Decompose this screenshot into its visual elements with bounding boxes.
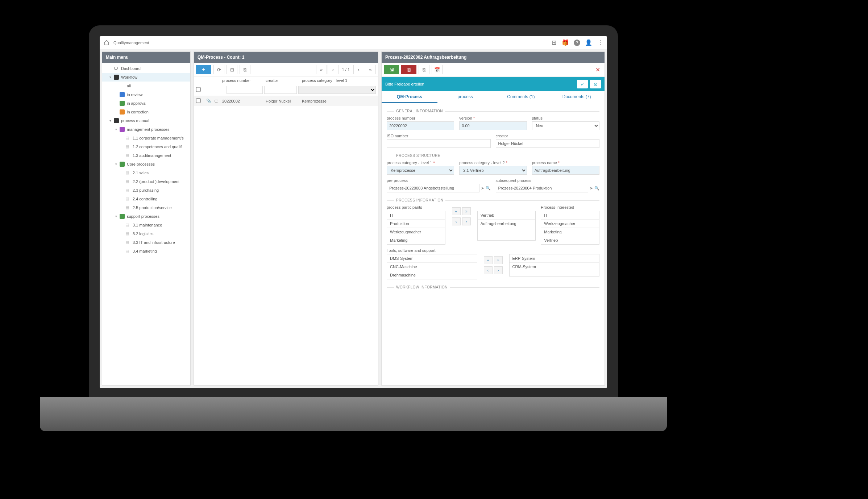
th-process-number[interactable]: process number [222, 78, 266, 83]
table-row[interactable]: 📎 🖵 20220002 Holger Nückel Kernprozesse [194, 96, 378, 106]
sidebar-item[interactable]: ▾process manual [102, 116, 190, 125]
list-item[interactable]: Werkzeugmacher [541, 220, 599, 228]
move-left[interactable]: ‹ [452, 217, 461, 225]
export-detail-button[interactable]: ⎘ [419, 65, 429, 74]
calendar-button[interactable]: 📅 [432, 65, 443, 74]
th-category[interactable]: process category - level 1 [302, 78, 376, 83]
page-last[interactable]: » [365, 65, 376, 74]
list-item[interactable]: Drehmaschine [387, 271, 477, 279]
sidebar-item[interactable]: in review [102, 90, 190, 99]
list-item[interactable]: DMS-System [387, 254, 477, 263]
tools-move-all-left[interactable]: « [484, 256, 493, 264]
select-cat1[interactable]: Kernprozesse [387, 166, 454, 175]
page-next[interactable]: › [353, 65, 364, 74]
sidebar-item[interactable]: in approval [102, 99, 190, 108]
interested-list[interactable]: ITWerkzeugmacherMarketingVertrieb [541, 211, 599, 245]
sidebar-item[interactable]: ▤3.3 IT and infrastructure [102, 238, 190, 247]
input-pn[interactable] [387, 121, 454, 130]
row-checkbox[interactable] [196, 98, 201, 103]
sidebar-item[interactable]: ▾Core processes [102, 160, 190, 169]
user-icon[interactable]: 👤 [585, 39, 592, 46]
list-item[interactable]: Vertrieb [478, 211, 536, 220]
breadcrumb[interactable]: Qualitymanagement [113, 41, 149, 45]
approve-button[interactable]: ✓ [577, 80, 588, 88]
page-first[interactable]: « [316, 65, 327, 74]
search-icon[interactable]: 🔍 [594, 186, 599, 191]
input-iso[interactable] [387, 139, 491, 148]
list-item[interactable]: IT [387, 211, 445, 220]
sidebar-item[interactable]: ▤2.1 sales [102, 169, 190, 177]
home-icon[interactable] [103, 39, 110, 46]
list-item[interactable]: Marketing [541, 228, 599, 236]
sidebar-item[interactable]: 🖵Dashboard [102, 64, 190, 73]
move-right[interactable]: › [462, 217, 471, 225]
tools-move-right[interactable]: › [494, 266, 503, 274]
sidebar-item[interactable]: ▤1.3 auditmanagement [102, 151, 190, 160]
list-item[interactable]: CRM-System [510, 263, 599, 271]
th-creator[interactable]: creator [266, 78, 302, 83]
sidebar-item[interactable]: ▤1.2 competences and qualifi [102, 142, 190, 151]
select-status[interactable]: Neu [532, 121, 599, 130]
tools-selected[interactable]: ERP-SystemCRM-System [509, 254, 600, 276]
help-icon[interactable]: ? [574, 39, 580, 46]
select-all-checkbox[interactable] [196, 86, 201, 93]
list-item[interactable]: ERP-System [510, 254, 599, 263]
move-all-left[interactable]: « [452, 207, 461, 215]
goto-icon[interactable]: ➤ [590, 186, 593, 191]
list-item[interactable]: Auftragsbearbeitung [478, 220, 536, 228]
list-item[interactable]: Produktion [387, 220, 445, 228]
filter-creator[interactable] [264, 86, 297, 94]
filter-pn[interactable] [227, 86, 263, 94]
move-all-right[interactable]: » [462, 207, 471, 215]
input-sub[interactable] [496, 184, 589, 192]
list-item[interactable]: Marketing [387, 236, 445, 244]
filter-category[interactable] [298, 86, 376, 94]
delete-button[interactable]: 🗑 [401, 65, 416, 74]
sidebar-item[interactable]: in correction [102, 108, 190, 116]
sidebar-item[interactable]: ▾support processes [102, 212, 190, 221]
tab-documents[interactable]: Documents (7) [549, 91, 605, 103]
input-pname[interactable] [532, 166, 599, 175]
sidebar-item[interactable]: ▤1.1 corporate management/s [102, 134, 190, 142]
goto-icon[interactable]: ➤ [481, 186, 484, 191]
input-version[interactable] [459, 121, 527, 130]
export-button[interactable]: ⎘ [240, 65, 250, 74]
sidebar-item[interactable]: ▤2.3 purchasing [102, 186, 190, 195]
input-pre[interactable] [387, 184, 479, 192]
refresh-button[interactable]: ⟳ [213, 65, 224, 74]
tools-move-all-right[interactable]: » [494, 256, 503, 264]
participants-available[interactable]: ITProduktionWerkzeugmacherMarketing [387, 211, 445, 245]
sidebar-item[interactable]: all [102, 82, 190, 90]
list-item[interactable]: CNC-Maschine [387, 263, 477, 271]
page-prev[interactable]: ‹ [328, 65, 339, 74]
tab-qm-process[interactable]: QM-Process [382, 91, 437, 103]
sidebar-item[interactable]: ▤3.2 logistics [102, 229, 190, 238]
sidebar-item[interactable]: ▤2.4 controlling [102, 195, 190, 203]
tools-available[interactable]: DMS-SystemCNC-MaschineDrehmaschine [387, 254, 477, 279]
more-icon[interactable]: ⋮ [597, 39, 603, 46]
reject-button[interactable]: ⊘ [590, 80, 601, 88]
add-button[interactable]: + [196, 65, 211, 74]
tab-comments[interactable]: Comments (1) [493, 91, 549, 103]
tools-move-left[interactable]: ‹ [484, 266, 493, 274]
list-item[interactable]: IT [541, 211, 599, 220]
sidebar-item[interactable]: ▾management processes [102, 125, 190, 134]
sidebar-item[interactable]: ▤2.2 (product-)development [102, 177, 190, 186]
sidebar-item[interactable]: ▾Workflow [102, 73, 190, 82]
list-item[interactable]: Werkzeugmacher [387, 228, 445, 236]
sidebar-item[interactable]: ▤2.5 production/service [102, 203, 190, 212]
sidebar-item[interactable]: ▤3.4 marketing [102, 247, 190, 255]
apps-icon[interactable]: ⊞ [551, 39, 557, 46]
tab-process[interactable]: process [437, 91, 493, 103]
gift-icon[interactable]: 🎁 [562, 39, 569, 46]
doc-icon: ▤ [125, 223, 130, 228]
search-icon[interactable]: 🔍 [486, 186, 491, 191]
close-button[interactable]: ✕ [593, 66, 602, 73]
list-item[interactable]: Vertrieb [541, 236, 599, 244]
select-cat2[interactable]: 2.1 Vertrieb [459, 166, 527, 175]
participants-selected[interactable]: VertriebAuftragsbearbeitung [477, 211, 536, 241]
sidebar-item[interactable]: ▤3.1 maintenance [102, 221, 190, 229]
filter-button[interactable]: ⊟ [227, 65, 237, 74]
save-button[interactable]: 🖫 [384, 65, 399, 74]
input-creator[interactable] [496, 139, 600, 148]
